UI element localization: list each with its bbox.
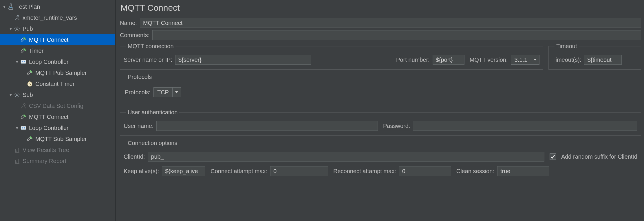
user-auth-legend: User authentication [126, 109, 179, 116]
add-random-suffix-checkbox[interactable]: Add random suffix for ClientId [550, 153, 637, 160]
controller-icon [20, 58, 27, 66]
comments-input[interactable] [152, 30, 641, 40]
dropper-icon [26, 135, 34, 143]
server-label: Server name or IP: [124, 57, 172, 63]
protocols-select[interactable]: TCP [153, 87, 181, 97]
username-input[interactable] [156, 121, 378, 131]
timeout-legend: Timeout [555, 43, 579, 50]
tree-item-mqtt-sub-sampler[interactable]: MQTT Sub Sampler [0, 133, 115, 144]
comments-label: Comments: [120, 32, 149, 39]
tree-item-timer[interactable]: Timer [0, 45, 115, 56]
wrench-icon [20, 102, 27, 110]
connect-attempt-input[interactable] [270, 166, 328, 176]
timeout-group: Timeout Timeout(s): [548, 43, 641, 70]
chevron-down-icon[interactable] [172, 87, 181, 97]
svg-point-8 [22, 127, 23, 128]
mqtt-version-value: 3.1.1 [511, 55, 531, 65]
tree-item-loop-controller-pub[interactable]: ▼ Loop Controller [0, 56, 115, 67]
svg-rect-5 [29, 81, 30, 82]
port-input[interactable] [433, 55, 464, 65]
mqtt-version-select[interactable]: 3.1.1 [511, 55, 539, 65]
flask-icon [7, 3, 14, 10]
clientid-label: ClientId: [124, 153, 145, 160]
connection-options-group: Connection options ClientId: Add random … [120, 140, 641, 181]
tree-label: Constant Timer [35, 81, 77, 87]
disclosure-icon[interactable]: ▼ [8, 93, 13, 97]
keepalive-input[interactable] [162, 166, 205, 176]
disclosure-icon[interactable]: ▼ [14, 59, 20, 64]
tree-label: Summary Report [23, 158, 69, 164]
checkbox-icon [550, 153, 556, 160]
username-label: User name: [124, 123, 153, 129]
password-label: Password: [383, 123, 410, 129]
tree-label: Test Plan [16, 3, 42, 10]
tree-item-pub[interactable]: ▼ Pub [0, 23, 115, 34]
connect-attempt-label: Connect attampt max: [211, 168, 267, 175]
keepalive-label: Keep alive(s): [124, 168, 159, 175]
tree-item-mqtt-pub-sampler[interactable]: MQTT Pub Sampler [0, 67, 115, 78]
tree-item-loop-controller-sub[interactable]: ▼ Loop Controller [0, 122, 115, 133]
clientid-input[interactable] [148, 152, 544, 162]
panel-title: MQTT Connect [120, 3, 641, 13]
disclosure-icon[interactable]: ▼ [2, 4, 7, 9]
controller-icon [20, 124, 27, 132]
chart-icon [13, 157, 21, 165]
tree-label: Timer [29, 48, 46, 54]
clock-icon [26, 80, 34, 88]
server-input[interactable] [175, 55, 311, 65]
svg-point-6 [16, 94, 18, 96]
tree-item-mqtt-connect-sub[interactable]: MQTT Connect [0, 111, 115, 122]
svg-rect-1 [21, 60, 26, 64]
tree-item-sub[interactable]: ▼ Sub [0, 89, 115, 100]
clean-session-label: Clean session: [456, 168, 494, 175]
protocols-label: Protocols: [125, 89, 151, 96]
clean-session-input[interactable] [497, 166, 549, 176]
timeout-input[interactable] [584, 55, 622, 65]
tree-label: MQTT Connect [29, 37, 71, 43]
protocols-value: TCP [153, 87, 172, 97]
test-plan-tree[interactable]: ▼ Test Plan xmeter_runtime_vars ▼ Pub [0, 0, 116, 221]
svg-point-9 [24, 127, 25, 128]
reconnect-attempt-input[interactable] [399, 166, 451, 176]
svg-point-3 [24, 61, 25, 62]
timeout-label: Timeout(s): [552, 57, 581, 63]
tree-item-summary-report[interactable]: Summary Report [0, 155, 115, 166]
name-input[interactable] [140, 18, 641, 28]
mqtt-connection-legend: MQTT connection [126, 43, 175, 50]
password-input[interactable] [413, 121, 637, 131]
gear-icon [13, 25, 21, 32]
mqtt-connection-group: MQTT connection Server name or IP: Port … [120, 43, 543, 70]
reconnect-attempt-label: Reconnect attampt max: [333, 168, 396, 175]
dropper-icon [20, 113, 27, 121]
gear-icon [13, 91, 21, 99]
tree-item-test-plan[interactable]: ▼ Test Plan [0, 1, 115, 12]
tree-item-view-results-tree[interactable]: View Results Tree [0, 144, 115, 155]
connection-options-legend: Connection options [126, 140, 179, 146]
dropper-icon [20, 36, 27, 44]
tree-item-constant-timer[interactable]: Constant Timer [0, 78, 115, 89]
tree-label: Pub [23, 26, 35, 32]
tree-label: Loop Controller [29, 59, 71, 65]
name-label: Name: [120, 20, 137, 26]
tree-label: MQTT Pub Sampler [35, 70, 89, 76]
add-random-suffix-label: Add random suffix for ClientId [561, 153, 637, 160]
tree-label: MQTT Connect [29, 114, 71, 120]
protocols-group: Protocols Protocols: TCP [120, 74, 641, 105]
disclosure-icon[interactable]: ▼ [8, 26, 13, 31]
editor-panel: MQTT Connect Name: Comments: MQTT connec… [116, 0, 644, 221]
svg-point-2 [22, 61, 23, 62]
tree-item-csv-data-set[interactable]: CSV Data Set Config [0, 100, 115, 111]
tree-label: CSV Data Set Config [29, 103, 86, 109]
port-label: Port number: [396, 57, 430, 63]
tree-label: xmeter_runtime_vars [23, 15, 79, 21]
dropper-icon [20, 47, 27, 55]
tree-item-mqtt-connect-pub[interactable]: MQTT Connect [0, 34, 115, 45]
chevron-down-icon[interactable] [531, 55, 539, 65]
tree-item-xmeter-vars[interactable]: xmeter_runtime_vars [0, 12, 115, 23]
svg-rect-7 [21, 126, 26, 130]
tree-label: MQTT Sub Sampler [35, 136, 89, 142]
dropper-icon [26, 69, 34, 77]
chart-icon [13, 146, 21, 154]
disclosure-icon[interactable]: ▼ [14, 126, 20, 130]
mqtt-version-label: MQTT version: [470, 57, 508, 63]
